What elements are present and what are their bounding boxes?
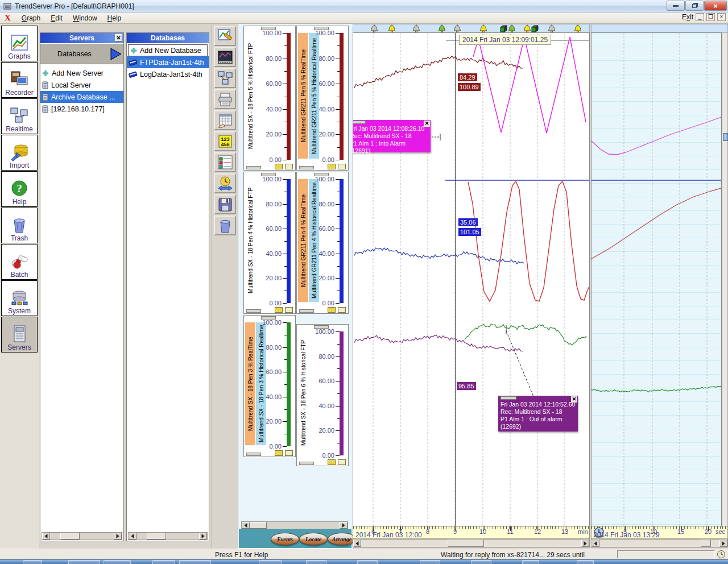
right-vscrollbar[interactable] <box>722 32 728 526</box>
menu-window[interactable]: Window <box>68 13 102 23</box>
scale-left-arrow-icon[interactable] <box>275 307 283 313</box>
server-item[interactable]: Add New Server <box>40 67 123 79</box>
toolbar-save-button[interactable] <box>214 194 236 214</box>
sidebar-item-batch[interactable]: Batch <box>1 244 38 280</box>
taskbar-button[interactable] <box>420 560 440 564</box>
alarm-bell-icon[interactable] <box>548 24 556 33</box>
toolbar-timespan-button[interactable] <box>214 173 236 193</box>
sidebar-item-graphs[interactable]: Graphs <box>1 26 38 61</box>
scroll-left-arrow[interactable] <box>353 540 361 547</box>
taskbar-button[interactable] <box>306 560 326 564</box>
minimize-button[interactable] <box>667 1 685 11</box>
databases-button[interactable]: Databases <box>40 44 123 64</box>
toolbar-delete-button[interactable] <box>214 215 236 235</box>
scale-panel-handle[interactable] <box>299 462 314 465</box>
scale-window-icon[interactable] <box>285 450 293 456</box>
scroll-thumb[interactable] <box>448 540 484 547</box>
alarm-bell-icon[interactable] <box>508 24 516 33</box>
database-item[interactable]: Add New Database <box>128 44 208 56</box>
sidebar-item-servers[interactable]: Servers <box>1 317 38 353</box>
event-tooltip[interactable]: ✕Fri Jan 03 2014 12:10:52.60Rec: Multitr… <box>498 396 578 432</box>
sidebar-item-system[interactable]: System <box>1 280 38 316</box>
arrange-button[interactable]: Arrange <box>328 533 356 545</box>
locate-button[interactable]: Locate <box>299 533 328 545</box>
taskbar-button[interactable] <box>357 560 378 564</box>
sidebar-item-trash[interactable]: Trash <box>1 208 38 243</box>
scale-panel-handle[interactable] <box>299 166 314 169</box>
alarm-bell-icon[interactable] <box>453 24 461 33</box>
scroll-right-arrow[interactable] <box>581 540 589 547</box>
scroll-right-arrow[interactable] <box>340 522 348 529</box>
scroll-thumb[interactable] <box>147 533 166 540</box>
taskbar-button[interactable] <box>68 560 100 564</box>
right-chart-scrollbar[interactable] <box>591 539 728 548</box>
server-item[interactable]: [192.168.10.177] <box>40 103 123 115</box>
sidebar-item-realtime[interactable]: Realtime <box>1 98 38 134</box>
scroll-thumb[interactable] <box>60 533 80 540</box>
scroll-thumb[interactable] <box>250 522 267 529</box>
alarm-bell-icon[interactable] <box>479 24 487 33</box>
scale-window-icon[interactable] <box>338 307 346 313</box>
scroll-right-arrow[interactable] <box>114 533 122 540</box>
toolbar-graph-settings-button[interactable] <box>214 26 236 46</box>
toolbar-numeric-display-button[interactable]: 123456 <box>214 131 236 151</box>
toolbar-pen-legend-button[interactable] <box>214 152 236 172</box>
sidebar-item-import[interactable]: Import <box>1 135 38 171</box>
taskbar-button[interactable] <box>259 560 282 564</box>
mdi-restore-button[interactable]: ❐ <box>706 13 715 21</box>
menu-edit[interactable]: Edit <box>46 13 68 23</box>
taskbar-button[interactable] <box>179 560 211 564</box>
alarm-bell-icon[interactable] <box>574 24 582 33</box>
sidebar-item-help[interactable]: ?Help <box>1 171 38 207</box>
main-chart-plot[interactable]: 2014 Fri Jan 03 12:09:01.25 84.29100.893… <box>353 32 590 526</box>
alarm-bell-icon[interactable] <box>370 24 378 33</box>
scale-window-icon[interactable] <box>285 307 293 313</box>
right-chart-plot[interactable] <box>591 32 722 526</box>
event-marker-icon[interactable] <box>531 24 539 32</box>
server-item[interactable]: Local Server <box>40 79 123 91</box>
tooltip-close-icon[interactable]: ✕ <box>571 396 577 403</box>
alarm-bell-icon[interactable] <box>412 24 420 33</box>
servers-panel-close-icon[interactable]: ✕ <box>115 34 122 42</box>
tooltip-handle[interactable] <box>500 396 516 400</box>
restore-button[interactable] <box>685 1 704 11</box>
alarm-bell-icon[interactable] <box>438 24 446 33</box>
scroll-right-arrow[interactable] <box>199 533 207 540</box>
scale-window-icon[interactable] <box>338 459 346 465</box>
scale-panel-handle[interactable] <box>246 453 261 456</box>
scroll-thumb[interactable] <box>723 133 728 141</box>
server-item[interactable]: Archive Database ... <box>40 91 123 103</box>
taskbar-button[interactable] <box>471 560 491 564</box>
menu-graph[interactable]: Graph <box>16 13 46 23</box>
sidebar-item-recorder[interactable]: Recorder <box>1 62 38 98</box>
scale-window-icon[interactable] <box>338 164 346 169</box>
taskbar-button[interactable] <box>104 560 131 564</box>
taskbar-button[interactable] <box>152 560 175 564</box>
mdi-minimize-button[interactable]: _ <box>696 13 704 21</box>
scale-window-icon[interactable] <box>285 164 293 169</box>
scale-left-arrow-icon[interactable] <box>275 450 283 456</box>
scroll-left-arrow[interactable] <box>129 533 136 540</box>
scale-left-arrow-icon[interactable] <box>328 459 336 465</box>
toolbar-calendar-button[interactable] <box>214 110 236 130</box>
toolbar-realtime-network-button[interactable] <box>214 68 236 88</box>
taskbar-button[interactable] <box>577 560 594 564</box>
scale-left-arrow-icon[interactable] <box>328 164 336 169</box>
database-item[interactable]: FTPData-Jan1st-4th <box>127 56 209 68</box>
alarm-bell-icon[interactable] <box>388 24 396 33</box>
tooltip-handle[interactable] <box>353 121 366 124</box>
scroll-left-arrow[interactable] <box>42 533 50 540</box>
close-button[interactable]: × <box>704 1 727 11</box>
servers-hscrollbar[interactable] <box>42 532 122 540</box>
scroll-left-arrow[interactable] <box>242 522 250 529</box>
events-button[interactable]: Events <box>271 533 299 545</box>
tooltip-close-icon[interactable]: ✕ <box>424 121 430 127</box>
scroll-thumb[interactable] <box>701 540 711 547</box>
alarm-bell-icon[interactable] <box>523 24 531 33</box>
scale-panel-handle[interactable] <box>299 309 314 313</box>
toolbar-print-button[interactable] <box>214 89 236 109</box>
scroll-left-arrow[interactable] <box>592 540 599 547</box>
scale-hscrollbar[interactable] <box>241 521 348 529</box>
scale-panel-handle[interactable] <box>246 166 261 169</box>
menu-help[interactable]: Help <box>102 13 127 23</box>
